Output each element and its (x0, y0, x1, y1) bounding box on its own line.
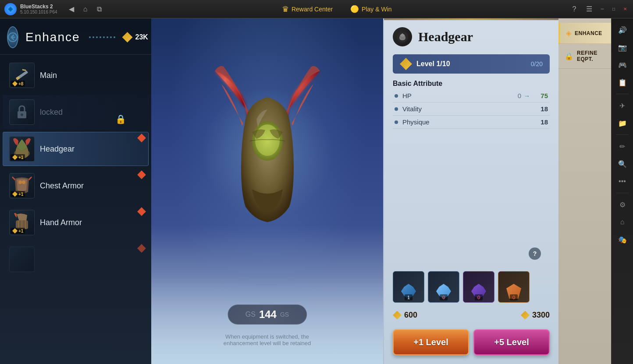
cost-item-1: 600 (393, 311, 417, 320)
level-max: 10 (442, 60, 450, 67)
tab-refine[interactable]: 🔒 REFINE EQPT. (558, 44, 611, 69)
toolbar-volume-btn[interactable]: 🔊 (615, 22, 630, 38)
material-slot-3[interactable]: 0 (463, 271, 494, 303)
toolbar-divider-2 (616, 134, 629, 135)
toolbar-more-btn[interactable]: ••• (615, 173, 630, 189)
currency-display: 23K (122, 32, 148, 42)
toolbar-home-btn[interactable]: ⌂ (615, 214, 630, 230)
badge-gem-chest (12, 191, 18, 197)
enhance-title: Enhance (25, 30, 80, 44)
refine-tab-label: REFINE EQPT. (577, 50, 605, 62)
tab-enhance[interactable]: ◈ ENHANCE (558, 23, 611, 44)
equipment-display (197, 45, 338, 255)
equip-name-hand: Hand Armor (40, 218, 82, 227)
toolbar-macro-btn[interactable]: 📋 (615, 74, 630, 90)
basic-attribute-section: Basic Attribute HP 0 → 75 Vitality 18 Ph… (393, 80, 550, 129)
toolbar-edit-btn[interactable]: ✏ (615, 138, 630, 154)
badge-text-main: +8 (18, 81, 23, 86)
headgear-level-badge: +1 (11, 154, 25, 160)
materials-row: 1 0 0 0 (393, 271, 550, 303)
attr-row-hp: HP 0 → 75 (393, 89, 550, 102)
toolbar-theater-btn[interactable]: 🎭 (615, 232, 630, 247)
toolbar-settings-btn[interactable]: ⚙ (615, 197, 630, 212)
currency-amount: 23K (135, 33, 148, 41)
back-button[interactable]: ◀ (65, 3, 78, 15)
svg-point-7 (21, 113, 23, 116)
equip-thumbnail-extra (9, 247, 35, 272)
toolbar-folder-btn[interactable]: 📁 (615, 115, 630, 131)
diamond-badge-headgear (137, 134, 146, 142)
hand-level-badge: +1 (11, 228, 25, 234)
help-button[interactable]: ? (529, 247, 541, 260)
enhance-tab-icon: ◈ (566, 29, 571, 37)
equip-thumbnail-headgear: +1 (9, 136, 35, 162)
enhance-dots (89, 36, 115, 38)
play-win-label: Play & Win (362, 6, 391, 13)
home-button[interactable]: ⌂ (79, 3, 92, 15)
titlebar-controls: ? ☰ ─ □ ✕ (565, 3, 633, 15)
level-bar: Level 1/10 0/20 (393, 54, 550, 74)
attr-name-hp: HP (402, 92, 518, 99)
app-logo: BlueStacks 2 5.10.150.1016 P64 (0, 3, 62, 15)
toolbar-search-btn[interactable]: 🔍 (615, 156, 630, 172)
diamond-badge-hand (137, 207, 146, 216)
minimize-button[interactable]: ─ (598, 5, 607, 14)
plus5-level-button[interactable]: +5 Level (473, 329, 550, 355)
attr-dot-hp (395, 94, 398, 98)
enhance-tab-label: ENHANCE (575, 30, 602, 36)
toolbar-gamepad-btn[interactable]: 🎮 (615, 57, 630, 73)
play-win-button[interactable]: 🟡 Play & Win (346, 3, 396, 15)
left-sidebar: Enhance 23K (0, 18, 151, 364)
attr-physique-value: 18 (533, 118, 548, 126)
back-icon-btn[interactable] (7, 26, 18, 48)
equip-name-main: Main (40, 71, 57, 80)
toolbar-flight-btn[interactable]: ✈ (615, 98, 630, 113)
equip-item-extra[interactable] (3, 242, 149, 276)
help-area: ? (393, 247, 550, 263)
gs-unit: GS (280, 311, 289, 318)
equip-thumbnail-hand: +1 (9, 210, 35, 235)
equipment-list: +8 Main locked 🔒 (0, 55, 151, 364)
gs-label: GS (245, 311, 256, 318)
equip-item-hand[interactable]: +1 Hand Armor (3, 205, 149, 240)
reward-center-label: Reward Center (292, 6, 333, 13)
svg-point-9 (18, 180, 22, 184)
material-slot-1[interactable]: 1 (393, 271, 424, 303)
titlebar-nav: ◀ ⌂ ⧉ (62, 3, 109, 15)
cost-item-2: 3300 (521, 311, 550, 320)
equip-item-locked[interactable]: locked 🔒 (3, 95, 149, 129)
cost-amount-1: 600 (404, 311, 417, 320)
maximize-button[interactable]: □ (609, 5, 618, 14)
badge-gem-main (12, 81, 18, 86)
panel-title: Headgear (418, 29, 473, 44)
diamond-badge-chest (137, 170, 146, 179)
toolbar-screenshot-btn[interactable]: 📷 (615, 39, 630, 55)
app-version: 5.10.150.1016 P64 (20, 10, 57, 14)
level-current: 1 (436, 60, 440, 67)
action-buttons: +1 Level +5 Level (393, 329, 550, 355)
material-count-2: 0 (440, 294, 448, 300)
gs-hint: When equipment is switched, theenhanceme… (224, 333, 311, 346)
material-slot-2[interactable]: 0 (428, 271, 459, 303)
plus1-level-button[interactable]: +1 Level (393, 329, 469, 355)
close-button[interactable]: ✕ (621, 5, 629, 14)
diamond-badge-extra (137, 244, 146, 253)
equip-item-headgear[interactable]: +1 Headgear (3, 132, 149, 166)
cost-gem-1 (393, 311, 402, 320)
equip-item-main[interactable]: +8 Main (3, 58, 149, 92)
equip-name-chest: Chest Armor (40, 181, 84, 191)
lock-icon: 🔒 (115, 114, 126, 124)
titlebar: BlueStacks 2 5.10.150.1016 P64 ◀ ⌂ ⧉ ♛ R… (0, 0, 633, 18)
attr-hp-new: 75 (533, 92, 548, 99)
badge-gem-headgear (12, 155, 18, 160)
equip-item-chest[interactable]: +1 Chest Armor (3, 169, 149, 203)
app-name: BlueStacks 2 (20, 4, 57, 10)
reward-center-button[interactable]: ♛ Reward Center (277, 3, 337, 16)
menu-button[interactable]: ☰ (583, 3, 595, 15)
windows-button[interactable]: ⧉ (93, 3, 106, 15)
enhance-refine-panel: ◈ ENHANCE 🔒 REFINE EQPT. (558, 18, 611, 364)
headgear-render (206, 62, 329, 237)
equip-thumbnail-main: +8 (9, 63, 35, 88)
help-button[interactable]: ? (568, 3, 580, 15)
material-slot-4[interactable]: 0 (498, 271, 530, 303)
